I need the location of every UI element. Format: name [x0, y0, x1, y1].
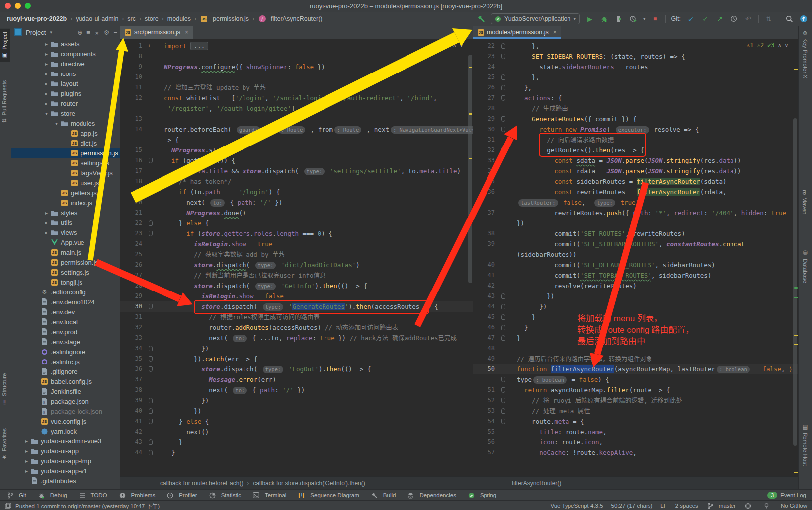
breadcrumb-item[interactable]: ffilterAsyncRouter(): [258, 15, 323, 23]
chevron-expanded-icon[interactable]: ▾: [43, 111, 50, 116]
code-line-35[interactable]: 35 const sidebarRoutes = filterAsyncRout…: [473, 176, 798, 187]
run-button[interactable]: ▶: [585, 14, 594, 23]
fold-marker-icon[interactable]: [499, 82, 508, 93]
editor-breadcrumb-left[interactable]: callback for router.beforeEach()›callbac…: [120, 476, 473, 489]
fold-marker-icon[interactable]: [146, 281, 155, 291]
code-line-wrap[interactable]: (sidebarRoutes)): [473, 249, 798, 260]
chevron-collapsed-icon[interactable]: ▸: [23, 458, 30, 464]
tree-item--gitattributes[interactable]: .gitattributes: [11, 476, 120, 486]
toolwindow-todo[interactable]: TODO: [78, 492, 107, 499]
code-line-28[interactable]: 28 store.dispatch( type: 'GetInfo').then…: [120, 281, 473, 291]
locate-file-icon[interactable]: ⊕: [77, 29, 82, 36]
project-panel-title[interactable]: Project: [26, 29, 46, 36]
fold-marker-icon[interactable]: [146, 416, 155, 427]
code-line-14[interactable]: 14router.beforeEach( guard: (to: Route ,…: [120, 124, 473, 135]
status-item-gear-globe[interactable]: [744, 502, 754, 510]
status-item-vue-typescript-4-3-5[interactable]: Vue TypeScript 4.3.5: [550, 503, 603, 509]
code-line-44[interactable]: 44 }): [473, 301, 798, 312]
code-line-17[interactable]: 17 to.meta.title && store.dispatch( type…: [120, 166, 473, 176]
code-line-34[interactable]: 34 const rdata = JSON.parse(JSON.stringi…: [473, 166, 798, 176]
code-line-56[interactable]: 56 icon: route.icon,: [473, 437, 798, 447]
tree-item--env-dev[interactable]: .env.dev: [11, 307, 120, 317]
tree-item-permission-js[interactable]: JSpermission.js: [11, 257, 120, 267]
fold-marker-icon[interactable]: [499, 406, 508, 416]
history-button[interactable]: [730, 14, 738, 23]
code-line-16[interactable]: 16 if (getToken()) {: [120, 155, 473, 166]
tree-item-directive[interactable]: ▸directive: [11, 59, 120, 69]
collapse-all-icon[interactable]: ⌅: [94, 29, 100, 36]
expand-all-icon[interactable]: ≡: [86, 29, 90, 36]
code-line-32[interactable]: 32 router.addRoutes(accessRoutes) // 动态添…: [120, 322, 473, 333]
code-line-24[interactable]: 24 state.sidebarRouters = routes: [473, 62, 798, 72]
fold-marker-icon[interactable]: [499, 145, 508, 155]
code-line-54[interactable]: 54 route.meta = {: [473, 416, 798, 427]
tree-item-tagsview-js[interactable]: JStagsView.js: [11, 168, 120, 178]
scrollbar-right-editor[interactable]: [793, 118, 797, 446]
code-line-34[interactable]: 34 }): [120, 343, 473, 354]
scrollbar-left-editor[interactable]: [468, 55, 472, 283]
code-line-9[interactable]: 9NProgress.configure({ showSpinner: fals…: [120, 62, 473, 72]
chevron-expanded-icon[interactable]: ▾: [53, 121, 60, 126]
code-line-15[interactable]: 15 NProgress.start(): [120, 145, 473, 155]
fold-marker-icon[interactable]: [499, 322, 508, 333]
code-line-39[interactable]: 39 commit('SET_SIDEBAR_ROUTERS', constan…: [473, 239, 798, 249]
status-item-2-spaces[interactable]: 2 spaces: [675, 503, 698, 509]
tree-item-store[interactable]: ▾store: [11, 108, 120, 118]
fold-marker-icon[interactable]: [146, 437, 155, 447]
code-line-18[interactable]: 18 /* has token*/: [120, 176, 473, 187]
chevron-collapsed-icon[interactable]: ▸: [43, 71, 50, 76]
run-configuration-select[interactable]: YudaoServerApplication ▾: [491, 13, 580, 24]
tree-item-settings-js[interactable]: JSsettings.js: [11, 267, 120, 277]
fold-marker-icon[interactable]: [499, 291, 508, 301]
toolwindow-problems[interactable]: Problems: [118, 492, 156, 499]
tree-item-yudao-ui-app-v1[interactable]: ▸yudao-ui-app-v1: [11, 466, 120, 476]
tab-modules-permission-js[interactable]: JS modules/permission.js ×: [473, 26, 561, 39]
breadcrumb-item[interactable]: store: [145, 15, 159, 22]
fold-marker-icon[interactable]: [499, 72, 508, 82]
chevron-collapsed-icon[interactable]: ▸: [43, 91, 50, 96]
code-line-1[interactable]: 1import ...: [120, 41, 473, 51]
fold-marker-icon[interactable]: [499, 301, 508, 312]
ide-update-icon[interactable]: [799, 14, 808, 23]
tree-item-main-js[interactable]: JSmain.js: [11, 247, 120, 257]
fold-marker-icon[interactable]: [146, 187, 155, 197]
code-line-29[interactable]: 29 GenerateRoutes({ commit }) {: [473, 114, 798, 124]
code-line-wrap[interactable]: => {: [120, 135, 473, 145]
toolwindow-statistic[interactable]: Statistic: [208, 492, 241, 499]
minimize-window-icon[interactable]: [15, 3, 21, 9]
toolwindow-sequence-diagram[interactable]: Sequence Diagram: [297, 492, 359, 499]
code-line-37[interactable]: 37 Message.error(err): [120, 374, 473, 385]
chevron-collapsed-icon[interactable]: ▸: [43, 61, 50, 67]
chevron-collapsed-icon[interactable]: ▸: [23, 468, 30, 474]
toolwindow-profiler[interactable]: Profiler: [166, 492, 197, 499]
status-item-master[interactable]: master: [706, 502, 736, 510]
status-message-area[interactable]: Pushed 1 commit to origin/master (yester…: [5, 502, 160, 510]
code-line-40[interactable]: 40 commit('SET_DEFAULT_ROUTES', sidebarR…: [473, 260, 798, 270]
sidebar-tab-database[interactable]: ⛁Database: [802, 249, 809, 283]
code-line-33[interactable]: 33 const sdata = JSON.parse(JSON.stringi…: [473, 155, 798, 166]
tree-item-modules[interactable]: ▾modules: [11, 118, 120, 128]
stop-button[interactable]: ■: [651, 14, 660, 23]
build-hammer-icon[interactable]: [477, 14, 486, 23]
sidebar-tab-structure[interactable]: ≔Structure: [1, 373, 8, 405]
fold-marker-icon[interactable]: [146, 301, 155, 312]
code-line-51[interactable]: 51 return asyncRouterMap.filter(route =>…: [473, 385, 798, 395]
profiler-button[interactable]: [629, 14, 638, 23]
code-line-24[interactable]: 24 isRelogin.show = true: [120, 239, 473, 249]
status-item-no-gitflow[interactable]: No Gitflow: [781, 503, 807, 509]
code-line-23[interactable]: 23 SET_SIDEBAR_ROUTERS: (state, routes) …: [473, 51, 798, 62]
search-everywhere-icon[interactable]: [785, 14, 794, 23]
code-line-40[interactable]: 40 }): [120, 406, 473, 416]
fold-marker-icon[interactable]: [146, 218, 155, 228]
debug-button[interactable]: [600, 14, 609, 23]
tree-item--env-stage[interactable]: .env.stage: [11, 337, 120, 347]
code-line-43[interactable]: 43 }): [473, 291, 798, 301]
tree-item-app-js[interactable]: JSapp.js: [11, 128, 120, 138]
tree-item-tongji-js[interactable]: JStongji.js: [11, 277, 120, 287]
fold-marker-icon[interactable]: [499, 124, 508, 135]
code-line-26[interactable]: 26 },: [473, 82, 798, 93]
code-line-25[interactable]: 25 // 获取字典数据 add by 芋艿: [120, 249, 473, 260]
chevron-collapsed-icon[interactable]: ▸: [43, 210, 50, 216]
tree-item-styles[interactable]: ▸styles: [11, 208, 120, 218]
code-line-27[interactable]: 27 // 判断当前用户是否已拉取完user_info信息: [120, 270, 473, 281]
